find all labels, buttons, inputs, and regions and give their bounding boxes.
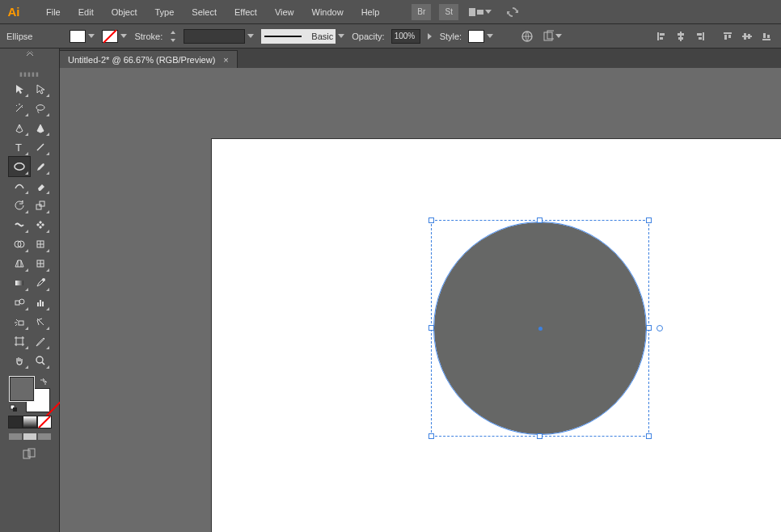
menu-file[interactable]: File (39, 4, 68, 20)
resize-handle-mr[interactable] (646, 325, 652, 331)
svg-point-21 (36, 105, 44, 111)
shaper-tool[interactable] (9, 176, 30, 196)
align-left-button[interactable] (653, 29, 669, 44)
grip-icon[interactable]: ▮▮▮▮▮ (19, 71, 40, 78)
resize-handle-tm[interactable] (537, 217, 542, 223)
svg-rect-16 (744, 33, 746, 40)
graphic-style-dropdown[interactable] (468, 30, 494, 43)
svg-rect-13 (724, 35, 727, 40)
resize-handle-bm[interactable] (537, 433, 542, 439)
line-segment-tool[interactable] (30, 137, 51, 157)
stroke-swatch[interactable] (102, 30, 128, 43)
magic-wand-tool[interactable] (9, 99, 30, 118)
document-title: Untitled-2* @ 66.67% (RGB/Preview) (68, 55, 215, 65)
svg-point-24 (15, 163, 24, 170)
svg-rect-33 (15, 281, 23, 285)
zoom-tool[interactable] (30, 351, 51, 370)
pie-widget-handle[interactable] (656, 325, 663, 331)
artboard-tool[interactable] (9, 331, 30, 351)
close-tab-button[interactable]: × (223, 55, 228, 65)
svg-line-43 (42, 362, 44, 365)
opacity-slider-toggle[interactable] (427, 33, 433, 40)
hand-tool[interactable] (9, 351, 30, 370)
menu-type[interactable]: Type (148, 4, 182, 20)
color-mode-solid[interactable] (8, 416, 23, 429)
toolpanel-collapse-button[interactable] (0, 49, 60, 68)
align-bottom-button[interactable] (758, 29, 775, 44)
fill-swatch[interactable] (70, 30, 95, 43)
menu-view[interactable]: View (268, 4, 302, 20)
chevron-down-icon (487, 34, 494, 38)
resize-handle-ml[interactable] (428, 325, 434, 331)
curvature-tool[interactable] (30, 118, 51, 137)
chevron-down-icon (485, 10, 492, 14)
brush-dropdown[interactable]: Basic (261, 29, 345, 44)
width-tool[interactable] (9, 215, 30, 234)
fill-color-swatch[interactable] (10, 377, 34, 401)
column-graph-tool[interactable] (30, 293, 51, 312)
fill-stroke-indicator[interactable] (10, 377, 50, 412)
rotate-tool[interactable] (9, 196, 30, 215)
document-tab[interactable]: Untitled-2* @ 66.67% (RGB/Preview) × (60, 50, 238, 68)
tool-panel: ▮▮▮▮▮ T (0, 68, 60, 532)
paintbrush-tool[interactable] (30, 157, 51, 176)
menu-help[interactable]: Help (354, 4, 387, 20)
direct-selection-tool[interactable] (30, 79, 51, 99)
resize-handle-tl[interactable] (428, 217, 434, 223)
menu-effect[interactable]: Effect (227, 4, 264, 20)
shape-builder-tool[interactable] (9, 234, 30, 254)
opacity-field[interactable]: 100% (391, 29, 420, 44)
eyedropper-tool[interactable] (30, 273, 51, 293)
align-vcenter-button[interactable] (739, 29, 755, 44)
default-fill-stroke-icon[interactable] (10, 404, 18, 412)
svg-rect-25 (36, 205, 41, 209)
stock-button[interactable]: St (439, 4, 458, 20)
color-mode-none[interactable] (37, 416, 52, 429)
menu-edit[interactable]: Edit (71, 4, 101, 20)
bridge-button[interactable]: Br (412, 4, 431, 20)
menu-object[interactable]: Object (104, 4, 145, 20)
recolor-artwork-button[interactable] (518, 29, 536, 44)
symbol-sprayer-tool[interactable] (9, 312, 30, 331)
svg-rect-9 (703, 32, 704, 40)
lasso-tool[interactable] (30, 99, 51, 118)
scale-tool[interactable] (30, 196, 51, 215)
draw-mode-button[interactable] (22, 448, 38, 462)
chevron-down-icon (338, 34, 345, 38)
selection-bounding-box[interactable] (431, 220, 649, 437)
transform-panel-button[interactable] (542, 29, 560, 44)
menu-select[interactable]: Select (184, 4, 224, 20)
svg-rect-14 (728, 35, 731, 38)
swap-fill-stroke-icon[interactable] (39, 377, 49, 386)
ellipse-tool[interactable] (9, 157, 30, 176)
print-tiling-tool[interactable] (30, 331, 51, 351)
sync-settings-icon[interactable] (505, 6, 520, 19)
stroke-profile-dropdown[interactable] (184, 29, 255, 44)
resize-handle-tr[interactable] (646, 217, 652, 223)
align-top-button[interactable] (720, 29, 736, 44)
arrange-documents-button[interactable] (469, 8, 492, 16)
svg-rect-18 (762, 39, 770, 40)
align-hcenter-button[interactable] (673, 29, 689, 44)
resize-handle-bl[interactable] (428, 433, 434, 439)
svg-point-42 (36, 357, 43, 363)
align-right-button[interactable] (692, 29, 708, 44)
slice-tool[interactable] (30, 312, 51, 331)
live-paint-bucket-tool[interactable] (30, 234, 51, 254)
screen-mode-buttons[interactable] (9, 433, 51, 440)
eraser-tool[interactable] (30, 176, 51, 196)
menu-window[interactable]: Window (305, 4, 351, 20)
type-tool[interactable]: T (9, 137, 30, 157)
gradient-tool[interactable] (9, 273, 30, 293)
selection-tool[interactable] (9, 79, 30, 99)
free-transform-tool[interactable] (30, 215, 51, 234)
perspective-grid-tool[interactable] (9, 254, 30, 273)
pen-tool[interactable] (9, 118, 30, 137)
stroke-weight-field[interactable] (169, 30, 177, 43)
blend-tool[interactable] (9, 293, 30, 312)
mesh-tool[interactable] (30, 254, 51, 273)
svg-rect-35 (15, 301, 19, 305)
svg-rect-20 (767, 35, 770, 38)
resize-handle-br[interactable] (646, 433, 652, 439)
canvas-area[interactable] (60, 68, 781, 532)
